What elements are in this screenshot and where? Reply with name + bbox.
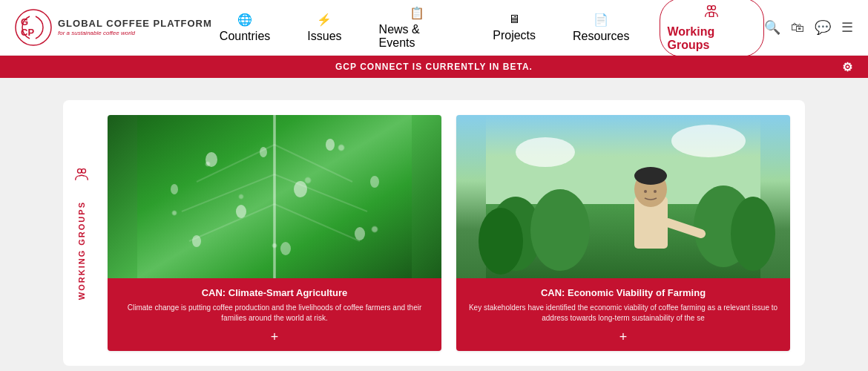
filter-icon[interactable]: ⚙ — [842, 60, 853, 74]
svg-point-3 — [708, 6, 712, 10]
card-economic-viability[interactable]: CAN: Economic Viability of Farming Key s… — [456, 115, 790, 351]
header-actions: 🔍 🛍 💬 ☰ — [764, 19, 853, 36]
svg-point-33 — [731, 197, 775, 271]
main-nav: 🌐 Countries ⚡ Issues 📋 News & Events 🖥 P… — [212, 0, 764, 57]
logo-text: GLOBAL COFFEE PLATFORM for a sustainable… — [58, 18, 212, 36]
beta-text: GCP CONNECT IS CURRENTLY IN BETA. — [335, 62, 533, 72]
card-image-leaf — [108, 115, 441, 278]
card-footer-2: CAN: Economic Viability of Farming Key s… — [456, 278, 790, 351]
leaf-svg — [108, 115, 441, 278]
issues-icon: ⚡ — [317, 13, 332, 27]
svg-point-30 — [530, 189, 590, 271]
svg-point-24 — [280, 242, 291, 255]
nav-item-working-groups[interactable]: Working Groups — [660, 0, 764, 57]
cards-grid: CAN: Climate-Smart Agriculture Climate c… — [108, 115, 790, 351]
nav-item-news[interactable]: 📋 News & Events — [372, 1, 464, 54]
svg-point-16 — [326, 139, 335, 151]
svg-point-38 — [644, 190, 647, 193]
bag-icon[interactable]: 🛍 — [791, 20, 804, 36]
svg-point-21 — [260, 147, 267, 157]
svg-point-39 — [654, 190, 657, 193]
search-icon[interactable]: 🔍 — [764, 19, 780, 36]
svg-point-17 — [236, 205, 246, 218]
svg-point-27 — [516, 137, 575, 167]
svg-line-12 — [274, 145, 352, 182]
svg-point-5 — [78, 169, 82, 174]
svg-line-9 — [197, 145, 274, 182]
nav-label-news: News & Events — [379, 23, 456, 50]
svg-line-14 — [274, 204, 360, 241]
card-desc-1: Climate change is putting coffee product… — [119, 303, 430, 324]
svg-point-31 — [479, 208, 523, 275]
working-groups-icon — [703, 3, 720, 22]
news-icon: 📋 — [410, 6, 424, 20]
svg-point-18 — [294, 181, 307, 197]
header: G CP GLOBAL COFFEE PLATFORM for a sustai… — [0, 0, 868, 56]
nav-label-projects: Projects — [493, 29, 536, 42]
card-plus-2[interactable]: + — [467, 329, 779, 345]
svg-line-11 — [189, 204, 274, 241]
card-plus-1[interactable]: + — [119, 329, 430, 345]
svg-point-36 — [634, 167, 667, 185]
nav-item-countries[interactable]: 🌐 Countries — [212, 8, 277, 47]
resources-icon: 📄 — [594, 13, 608, 27]
logo-sub: for a sustainable coffee world — [58, 30, 212, 37]
svg-rect-7 — [137, 115, 412, 278]
card-title-2: CAN: Economic Viability of Farming — [467, 287, 779, 298]
card-desc-2: Key stakeholders have identified the eco… — [467, 303, 779, 324]
nav-item-projects[interactable]: 🖥 Projects — [485, 8, 543, 47]
svg-point-22 — [370, 176, 379, 188]
nav-item-resources[interactable]: 📄 Resources — [565, 8, 637, 47]
projects-icon: 🖥 — [508, 13, 520, 26]
nav-label-working-groups: Working Groups — [668, 25, 756, 52]
card-image-farmer — [456, 115, 790, 278]
svg-point-28 — [671, 125, 746, 157]
svg-point-4 — [711, 6, 716, 10]
beta-bar: GCP CONNECT IS CURRENTLY IN BETA. ⚙ — [0, 56, 868, 78]
logo-icon: G CP — [15, 9, 52, 46]
svg-point-20 — [355, 227, 365, 240]
sidebar-tab: WORKING GROUPS — [63, 100, 100, 366]
nav-label-resources: Resources — [573, 30, 629, 43]
svg-line-10 — [182, 174, 274, 211]
card-footer-1: CAN: Climate-Smart Agriculture Climate c… — [108, 278, 441, 351]
svg-point-15 — [206, 152, 217, 167]
farmer-svg — [456, 115, 790, 278]
nav-item-issues[interactable]: ⚡ Issues — [300, 8, 349, 47]
sidebar-working-groups-icon — [73, 166, 90, 186]
menu-icon[interactable]: ☰ — [841, 19, 853, 36]
countries-icon: 🌐 — [237, 13, 252, 27]
svg-line-13 — [274, 174, 367, 211]
nav-label-countries: Countries — [220, 30, 270, 43]
nav-label-issues: Issues — [307, 30, 341, 43]
card-title-1: CAN: Climate-Smart Agriculture — [119, 287, 430, 298]
svg-point-6 — [82, 169, 86, 174]
chat-icon[interactable]: 💬 — [815, 19, 831, 36]
svg-point-19 — [192, 235, 201, 247]
main-content: WORKING GROUPS — [0, 78, 868, 371]
content-container: WORKING GROUPS — [63, 100, 805, 366]
logo[interactable]: G CP GLOBAL COFFEE PLATFORM for a sustai… — [15, 9, 212, 46]
logo-main: GLOBAL COFFEE PLATFORM — [58, 18, 212, 30]
card-climate-smart[interactable]: CAN: Climate-Smart Agriculture Climate c… — [108, 115, 441, 351]
svg-point-23 — [171, 184, 178, 194]
sidebar-label: WORKING GROUPS — [77, 201, 86, 300]
